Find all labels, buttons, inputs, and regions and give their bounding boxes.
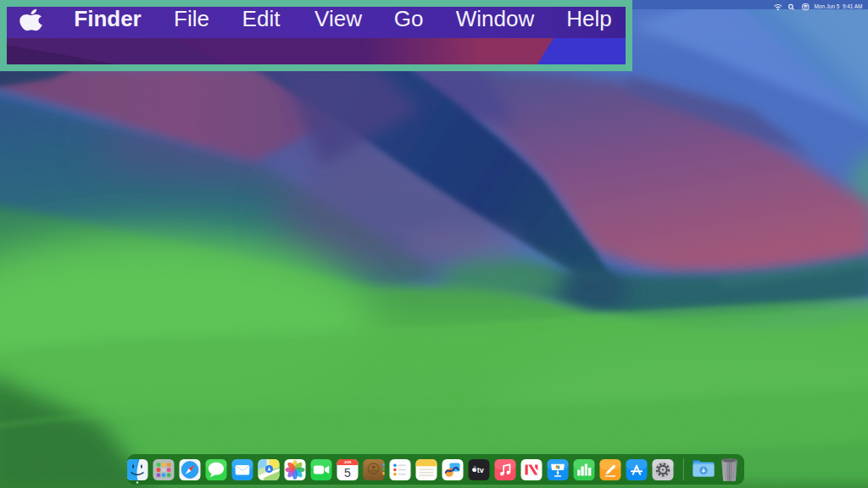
- svg-text:JUN: JUN: [344, 460, 351, 464]
- svg-text:5: 5: [344, 466, 351, 480]
- svg-text:Mon Jun 5 9:41 AM: Mon Jun 5 9:41 AM: [815, 3, 863, 9]
- svg-text:tv: tv: [477, 466, 484, 474]
